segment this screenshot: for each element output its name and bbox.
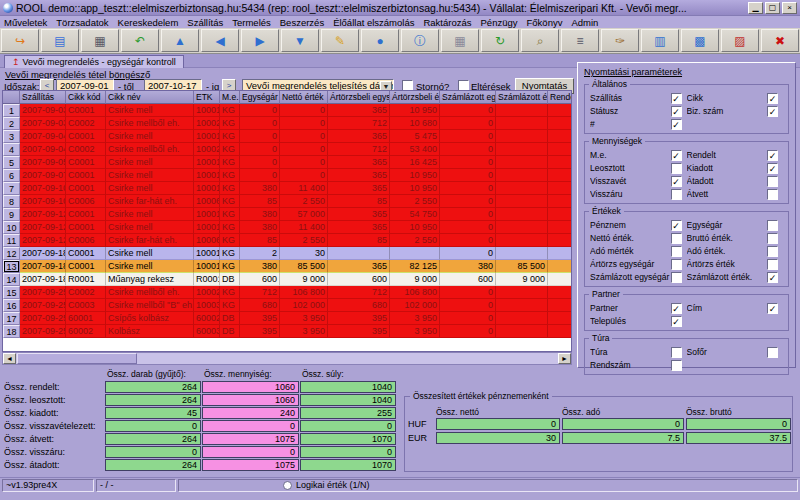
export-grid-button[interactable]: ▥ xyxy=(641,29,679,52)
scrollbar-thumb[interactable] xyxy=(17,353,137,364)
table-row[interactable]: 62007-09-07C0001Csirke mell10001KG003651… xyxy=(3,169,571,182)
checkbox[interactable]: ✓ xyxy=(671,150,682,161)
checkbox[interactable] xyxy=(767,347,778,358)
save-button[interactable]: ▦ xyxy=(81,29,119,52)
menu-item[interactable]: Raktározás xyxy=(423,17,471,28)
menu-item[interactable]: Élőállat elszámolás xyxy=(333,17,414,28)
checkbox[interactable]: ✓ xyxy=(767,163,778,174)
checkbox[interactable]: ✓ xyxy=(671,316,682,327)
table-row[interactable]: 182007-09-2560002Kolbász60003DB3953 9503… xyxy=(3,325,571,338)
scrollbar-track[interactable] xyxy=(137,353,558,364)
list-button[interactable]: ≡ xyxy=(561,29,599,52)
info-button[interactable]: ⓘ xyxy=(401,29,439,52)
menu-item[interactable]: Szállítás xyxy=(187,17,223,28)
checkbox[interactable] xyxy=(671,246,682,257)
checkbox[interactable]: ✓ xyxy=(671,106,682,117)
undo-button[interactable]: ↶ xyxy=(121,29,159,52)
checkbox[interactable]: ✓ xyxy=(671,303,682,314)
checkbox[interactable] xyxy=(767,259,778,270)
checkbox[interactable] xyxy=(671,360,682,371)
checkbox[interactable] xyxy=(671,163,682,174)
table-row[interactable]: 122007-09-18C0001Csirke mell10001KG2300 xyxy=(3,247,571,260)
next-record-button[interactable]: ▶ xyxy=(241,29,279,52)
table-row[interactable]: 22007-09-03C0002Csirke mellből eh.10002K… xyxy=(3,117,571,130)
checkbox[interactable] xyxy=(671,233,682,244)
scroll-left-icon[interactable]: ◄ xyxy=(3,353,16,364)
table-row[interactable]: 12007-09-03C0001Csirke mell10001KG003651… xyxy=(3,104,571,117)
column-header[interactable]: Ártörzsbeli érték xyxy=(390,91,440,104)
database-button[interactable]: ● xyxy=(361,29,399,52)
menu-item[interactable]: Főkönyv xyxy=(527,17,563,28)
last-record-button[interactable]: ▼ xyxy=(281,29,319,52)
column-header[interactable] xyxy=(3,91,20,104)
checkbox[interactable]: ✓ xyxy=(671,119,682,130)
column-header[interactable]: Rendelt xyxy=(548,91,572,104)
column-header[interactable]: ETK xyxy=(194,91,220,104)
menu-item[interactable]: Pénzügy xyxy=(481,17,518,28)
checkbox[interactable]: ✓ xyxy=(671,220,682,231)
open-folder-button[interactable]: ▤ xyxy=(41,29,79,52)
menu-item[interactable]: Admin xyxy=(571,17,598,28)
table-row[interactable]: 162007-09-25C0003Csirke mellből "B" eh.1… xyxy=(3,299,571,312)
close-button[interactable]: ✖ xyxy=(761,29,799,52)
table-row[interactable]: 152007-09-25C0002Csirke mellből eh.10002… xyxy=(3,286,571,299)
refresh-button[interactable]: ↻ xyxy=(481,29,519,52)
calendar-button[interactable]: ▦ xyxy=(441,29,479,52)
column-header[interactable]: Cikk kód xyxy=(66,91,106,104)
checkbox[interactable]: ✓ xyxy=(767,272,778,283)
column-header[interactable]: Szállítás xyxy=(20,91,66,104)
menu-item[interactable]: Kereskedelem xyxy=(118,17,179,28)
restore-button[interactable]: ▢ xyxy=(765,2,780,14)
close-button[interactable]: × xyxy=(782,2,797,14)
checkbox[interactable] xyxy=(767,176,778,187)
menu-item[interactable]: Termelés xyxy=(232,17,271,28)
checkbox[interactable] xyxy=(767,220,778,231)
menu-item[interactable]: Törzsadatok xyxy=(56,17,108,28)
horizontal-scrollbar[interactable]: ◄ ► xyxy=(2,352,572,365)
edit-button[interactable]: ✎ xyxy=(321,29,359,52)
paint-button[interactable]: ✑ xyxy=(601,29,639,52)
checkbox[interactable]: ✓ xyxy=(767,106,778,117)
checkbox[interactable] xyxy=(767,233,778,244)
checkbox[interactable] xyxy=(767,246,778,257)
first-record-button[interactable]: ▲ xyxy=(161,29,199,52)
scroll-right-icon[interactable]: ► xyxy=(558,353,571,364)
radio-icon[interactable] xyxy=(283,481,292,490)
previous-record-button[interactable]: ◀ xyxy=(201,29,239,52)
checkbox[interactable] xyxy=(767,189,778,200)
minimize-button[interactable]: ▁ xyxy=(748,2,763,14)
column-header[interactable]: Cikk név xyxy=(106,91,194,104)
table-row[interactable]: 172007-09-2560001Csípős kolbász60002DB39… xyxy=(3,312,571,325)
exit-button[interactable]: ↪ xyxy=(1,29,39,52)
grid-add-button[interactable]: ▩ xyxy=(681,29,719,52)
checkbox[interactable]: ✓ xyxy=(671,176,682,187)
column-header[interactable]: Nettó érték xyxy=(280,91,328,104)
checkbox[interactable]: ✓ xyxy=(767,303,778,314)
checkbox[interactable] xyxy=(671,347,682,358)
search-button[interactable]: ⌕ xyxy=(521,29,559,52)
grid-remove-button[interactable]: ▨ xyxy=(721,29,759,52)
table-row[interactable]: 82007-09-10C0006Csirke far-hát eh.10006K… xyxy=(3,195,571,208)
checkbox[interactable] xyxy=(671,272,682,283)
table-row[interactable]: 142007-09-18R0001Műanyag rekeszR0001DB60… xyxy=(3,273,571,286)
column-header[interactable]: M.e. xyxy=(220,91,240,104)
table-row[interactable]: 112007-09-12C0006Csirke far-hát eh.10006… xyxy=(3,234,571,247)
menu-item[interactable]: Műveletek xyxy=(4,17,47,28)
column-header[interactable]: Számlázott érték xyxy=(496,91,548,104)
table-row[interactable]: 92007-09-12C0001Csirke mell10001KG38057 … xyxy=(3,208,571,221)
checkbox[interactable] xyxy=(671,259,682,270)
table-row[interactable]: 42007-09-04C0002Csirke mellből eh.10002K… xyxy=(3,143,571,156)
column-header[interactable]: Számlázott egységár xyxy=(440,91,496,104)
checkbox[interactable]: ✓ xyxy=(767,150,778,161)
checkbox[interactable]: ✓ xyxy=(767,93,778,104)
tab-vevoi-megrendeles[interactable]: ↥ Vevői megrendelés - egységár kontroll xyxy=(4,55,184,68)
column-header[interactable]: Egységár xyxy=(240,91,280,104)
checkbox[interactable]: ✓ xyxy=(671,93,682,104)
table-row[interactable]: 102007-09-12C0001Csirke mell10001KG38011… xyxy=(3,221,571,234)
table-row[interactable]: 52007-09-05C0001Csirke mell10001KG003651… xyxy=(3,156,571,169)
checkbox[interactable] xyxy=(671,189,682,200)
column-header[interactable]: Ártörzsbeli egységár xyxy=(328,91,390,104)
menu-item[interactable]: Beszerzés xyxy=(280,17,324,28)
table-row[interactable]: 72007-09-10C0001Csirke mell10001KG38011 … xyxy=(3,182,571,195)
table-row[interactable]: 132007-09-18C0001Csirke mell10001KG38085… xyxy=(3,260,571,273)
